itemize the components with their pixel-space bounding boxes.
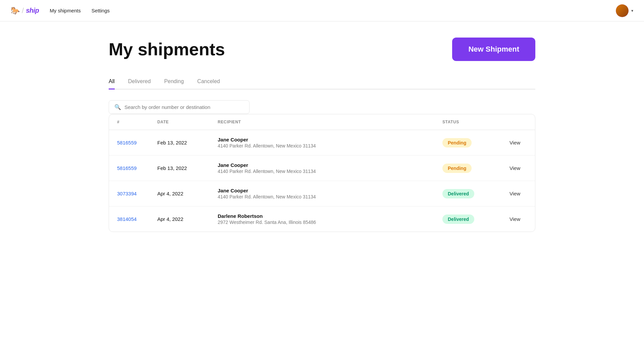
table-row: 5816559 Feb 13, 2022 Jane Cooper 4140 Pa… <box>109 156 535 181</box>
tab-all[interactable]: All <box>109 74 115 89</box>
order-link-1[interactable]: 5816559 <box>117 165 137 171</box>
table-header: # DATE RECIPIENT STATUS <box>109 114 535 130</box>
recipient-address-3: 2972 Westheimer Rd. Santa Ana, Illinois … <box>218 220 426 225</box>
recipient-name-3: Darlene Robertson <box>218 213 426 219</box>
view-link-3[interactable]: View <box>509 216 520 222</box>
recipient-name-2: Jane Cooper <box>218 188 426 193</box>
cell-order-2: 3073394 <box>109 181 149 206</box>
logo-text: ship <box>26 7 39 14</box>
table-row: 5816559 Feb 13, 2022 Jane Cooper 4140 Pa… <box>109 130 535 156</box>
table-body: 5816559 Feb 13, 2022 Jane Cooper 4140 Pa… <box>109 130 535 232</box>
recipient-address-1: 4140 Parker Rd. Allentown, New Mexico 31… <box>218 169 426 174</box>
status-badge-1: Pending <box>442 164 472 173</box>
cell-status-1: Pending <box>434 156 501 181</box>
nav-left: 🐎 / ship My shipments Settings <box>11 6 110 15</box>
cell-action-2: View <box>501 181 535 206</box>
recipient-name-0: Jane Cooper <box>218 137 426 142</box>
main-content: My shipments New Shipment All Delivered … <box>87 21 557 232</box>
col-header-recipient: RECIPIENT <box>210 114 434 130</box>
logo: 🐎 / ship <box>11 6 39 15</box>
avatar-image <box>616 4 629 17</box>
page-title: My shipments <box>109 39 225 59</box>
logo-slash: / <box>22 6 24 15</box>
nav-my-shipments[interactable]: My shipments <box>50 8 81 13</box>
recipient-name-1: Jane Cooper <box>218 162 426 168</box>
status-badge-0: Pending <box>442 138 472 147</box>
tab-delivered[interactable]: Delivered <box>128 74 151 89</box>
cell-recipient-3: Darlene Robertson 2972 Westheimer Rd. Sa… <box>210 206 434 232</box>
nav-settings[interactable]: Settings <box>92 8 110 13</box>
table-row: 3814054 Apr 4, 2022 Darlene Robertson 29… <box>109 206 535 232</box>
cell-date-1: Feb 13, 2022 <box>149 156 210 181</box>
col-header-number: # <box>109 114 149 130</box>
search-wrapper: 🔍 <box>109 100 250 114</box>
col-header-action <box>501 114 535 130</box>
tab-canceled[interactable]: Canceled <box>197 74 220 89</box>
order-link-3[interactable]: 3814054 <box>117 216 137 222</box>
cell-order-1: 5816559 <box>109 156 149 181</box>
cell-action-1: View <box>501 156 535 181</box>
page-header: My shipments New Shipment <box>109 38 535 61</box>
status-badge-2: Delivered <box>442 189 474 198</box>
order-link-2[interactable]: 3073394 <box>117 191 137 196</box>
chevron-down-icon[interactable]: ▾ <box>631 8 633 13</box>
cell-action-0: View <box>501 130 535 156</box>
cell-status-2: Delivered <box>434 181 501 206</box>
order-link-0[interactable]: 5816559 <box>117 140 137 145</box>
cell-recipient-2: Jane Cooper 4140 Parker Rd. Allentown, N… <box>210 181 434 206</box>
new-shipment-button[interactable]: New Shipment <box>452 38 535 61</box>
cell-status-3: Delivered <box>434 206 501 232</box>
shipments-table: # DATE RECIPIENT STATUS 5816559 Feb 13, … <box>109 114 535 232</box>
shipments-table-container: # DATE RECIPIENT STATUS 5816559 Feb 13, … <box>109 114 535 232</box>
table-row: 3073394 Apr 4, 2022 Jane Cooper 4140 Par… <box>109 181 535 206</box>
recipient-address-2: 4140 Parker Rd. Allentown, New Mexico 31… <box>218 194 426 199</box>
tabs: All Delivered Pending Canceled <box>109 74 535 89</box>
cell-recipient-0: Jane Cooper 4140 Parker Rd. Allentown, N… <box>210 130 434 156</box>
col-header-status: STATUS <box>434 114 501 130</box>
cell-order-3: 3814054 <box>109 206 149 232</box>
cell-status-0: Pending <box>434 130 501 156</box>
cell-recipient-1: Jane Cooper 4140 Parker Rd. Allentown, N… <box>210 156 434 181</box>
nav-right: ▾ <box>616 4 633 17</box>
status-badge-3: Delivered <box>442 215 474 224</box>
col-header-date: DATE <box>149 114 210 130</box>
search-input[interactable] <box>124 104 244 110</box>
search-icon: 🔍 <box>114 104 121 110</box>
avatar[interactable] <box>616 4 629 17</box>
cell-date-0: Feb 13, 2022 <box>149 130 210 156</box>
view-link-2[interactable]: View <box>509 191 520 196</box>
cell-action-3: View <box>501 206 535 232</box>
tab-pending[interactable]: Pending <box>164 74 184 89</box>
logo-horse-icon: 🐎 <box>11 6 20 15</box>
cell-order-0: 5816559 <box>109 130 149 156</box>
cell-date-3: Apr 4, 2022 <box>149 206 210 232</box>
cell-date-2: Apr 4, 2022 <box>149 181 210 206</box>
navbar: 🐎 / ship My shipments Settings ▾ <box>0 0 644 21</box>
recipient-address-0: 4140 Parker Rd. Allentown, New Mexico 31… <box>218 143 426 148</box>
view-link-0[interactable]: View <box>509 140 520 145</box>
view-link-1[interactable]: View <box>509 165 520 171</box>
